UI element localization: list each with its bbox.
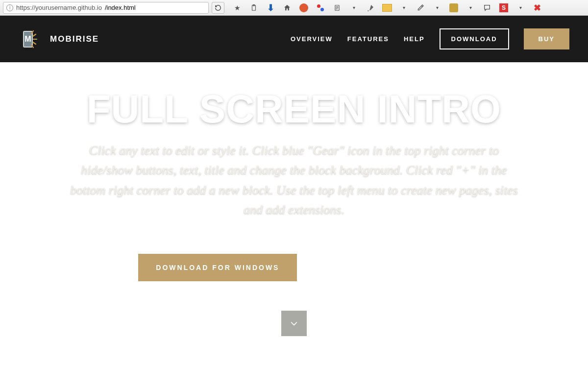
browser-toolbar: i https://yourusername.github.io/index.h… [0, 0, 588, 16]
dropdown-icon[interactable]: ▾ [432, 3, 442, 13]
scroll-down-button[interactable] [281, 311, 307, 336]
color-balls-icon[interactable] [316, 3, 325, 13]
star-icon[interactable]: ★ [232, 3, 242, 13]
brand-name: MOBIRISE [50, 34, 99, 44]
page-content: M MOBIRISE OVERVIEW FEATURES HELP DOWNLO… [0, 16, 588, 392]
dropdown-icon[interactable]: ▾ [399, 3, 409, 13]
site-info-icon[interactable]: i [6, 4, 13, 11]
hero-section: FULL SCREEN INTRO Click any text to edit… [0, 62, 588, 392]
svg-text:M: M [24, 35, 31, 43]
download-button[interactable]: DOWNLOAD [440, 28, 509, 49]
hero-title[interactable]: FULL SCREEN INTRO [87, 90, 502, 129]
browser-toolbar-icons: ★ ⬇ ▾ ▾ ▾ ▾ S ▾ ✖ [232, 3, 542, 13]
brand[interactable]: M MOBIRISE [19, 28, 99, 50]
nav-link-features[interactable]: FEATURES [347, 35, 389, 43]
svg-line-10 [33, 42, 36, 44]
dropdown-icon[interactable]: ▾ [466, 3, 475, 13]
address-bar[interactable]: i https://yourusername.github.io/index.h… [3, 2, 209, 14]
chat-icon[interactable] [482, 3, 492, 13]
brush-icon[interactable] [366, 3, 375, 13]
hero-subtitle[interactable]: Click any text to edit or style it. Clic… [64, 141, 524, 220]
hero-actions: DOWNLOAD FOR WINDOWS DOWNLOAD FOR MAC [138, 254, 449, 281]
reload-button[interactable] [212, 2, 224, 14]
highlight-icon[interactable] [382, 3, 392, 13]
eyedropper-icon[interactable] [416, 3, 425, 13]
url-path: /index.html [105, 4, 136, 11]
clipboard-icon[interactable] [249, 3, 259, 13]
s-extension-icon[interactable]: S [499, 3, 509, 13]
greasemonkey-icon[interactable] [449, 3, 459, 13]
url-host: https://yourusername.github.io [16, 4, 102, 11]
nav-link-overview[interactable]: OVERVIEW [291, 35, 333, 43]
download-arrow-icon[interactable]: ⬇ [266, 3, 275, 13]
home-icon[interactable] [282, 3, 292, 13]
duckduckgo-icon[interactable] [299, 3, 309, 13]
x-extension-icon[interactable]: ✖ [532, 3, 542, 13]
nav-link-help[interactable]: HELP [404, 35, 425, 43]
svg-line-9 [33, 34, 36, 36]
download-mac-button[interactable]: DOWNLOAD FOR MAC [310, 254, 449, 281]
chevron-down-icon [289, 318, 299, 328]
dropdown-icon[interactable]: ▾ [515, 3, 525, 13]
note-clip-icon[interactable] [332, 3, 342, 13]
site-navbar: M MOBIRISE OVERVIEW FEATURES HELP DOWNLO… [0, 16, 588, 62]
dropdown-icon[interactable]: ▾ [349, 3, 359, 13]
brand-logo-icon: M [19, 28, 40, 50]
buy-button[interactable]: BUY [524, 28, 569, 49]
download-windows-button[interactable]: DOWNLOAD FOR WINDOWS [138, 254, 297, 281]
nav-right: OVERVIEW FEATURES HELP DOWNLOAD BUY [291, 28, 569, 49]
